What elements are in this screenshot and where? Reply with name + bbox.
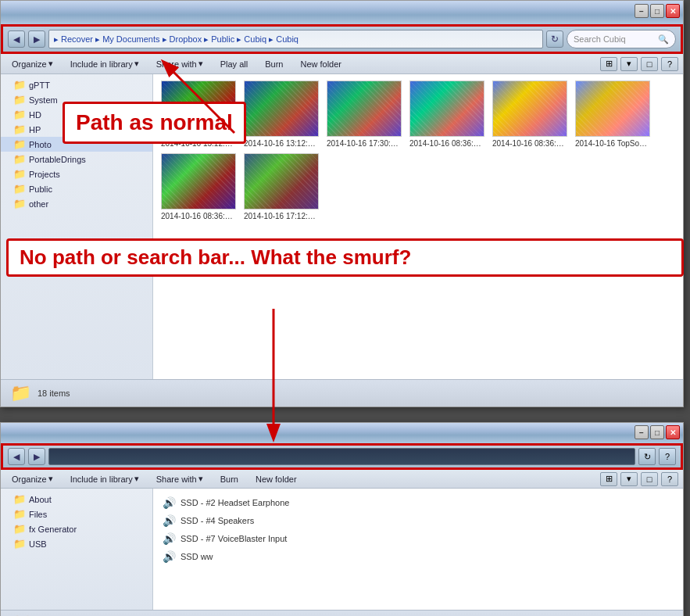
minimize-button[interactable]: − xyxy=(635,4,649,18)
top-window: − □ ✕ ◀ ▶ ▸ Recover ▸ My Documents ▸ Dro… xyxy=(0,0,684,407)
nav-item-public[interactable]: 📁Public xyxy=(1,181,152,196)
device-item[interactable]: 🔊 SSD - #7 VoiceBlaster Input xyxy=(159,531,677,546)
help-button[interactable]: ? xyxy=(661,57,678,71)
file-thumbnail xyxy=(161,153,236,210)
device-item[interactable]: 🔊 SSD - #2 Headset Earphone xyxy=(159,495,677,510)
preview-pane-button[interactable]: □ xyxy=(641,57,658,71)
address-bar[interactable]: ▸ Recover ▸ My Documents ▸ Dropbox ▸ Pub… xyxy=(48,30,543,48)
bottom-refresh-button[interactable]: ↻ xyxy=(638,448,656,465)
folder-icon: 📁 xyxy=(13,124,26,135)
top-status-bar: 📁 18 items xyxy=(1,379,683,406)
nav-item-other[interactable]: 📁other xyxy=(1,196,152,211)
bottom-help-icon-button[interactable]: ? xyxy=(661,472,678,486)
include-library-button[interactable]: Include in library ▾ xyxy=(64,56,145,71)
folder-icon: 📁 xyxy=(13,94,26,106)
chevron-down-icon: ▾ xyxy=(134,474,139,484)
file-label: 2014-10-16 17:30:35 Cubiq HP Tran Combin… xyxy=(327,138,402,149)
device-label: SSD ww xyxy=(181,552,213,561)
svg-line-0 xyxy=(164,63,234,133)
back-button[interactable]: ◀ xyxy=(8,30,25,48)
bottom-status-bar: 📁 4 items xyxy=(1,610,683,616)
folder-icon: 📁 xyxy=(13,153,26,165)
bottom-forward-button[interactable]: ▶ xyxy=(28,448,45,465)
speaker-icon: 🔊 xyxy=(163,514,176,527)
new-folder-button[interactable]: New folder xyxy=(294,57,348,71)
bottom-toolbar-right: ⊞ ▾ □ ? xyxy=(600,472,678,486)
folder-icon: 📁 xyxy=(13,493,26,505)
file-label: 2014-10-16 08:36:33 Cubiq HP TipSoundBut… xyxy=(492,138,567,149)
bottom-organize-button[interactable]: Organize ▾ xyxy=(5,471,59,486)
file-item[interactable]: 2014-10-16 17:12:08 Cubiq CubedBonusPr..… xyxy=(242,153,320,221)
file-label: 2014-10-16 TopSoundButton Folder say xyxy=(575,138,650,149)
nav-item-gptt[interactable]: 📁gPTT xyxy=(1,77,152,92)
bottom-minimize-button[interactable]: − xyxy=(635,425,649,439)
top-toolbar: Organize ▾ Include in library ▾ Share wi… xyxy=(1,54,683,74)
view-list-button[interactable]: ▾ xyxy=(620,57,638,71)
close-button[interactable]: ✕ xyxy=(666,4,680,18)
search-placeholder: Search Cubiq xyxy=(574,34,626,44)
folder-icon: 📁 xyxy=(13,168,26,180)
bottom-title-buttons: − □ ✕ xyxy=(635,425,680,439)
folder-icon: 📁 xyxy=(13,183,26,195)
speaker-icon: 🔊 xyxy=(163,550,176,563)
file-thumbnail xyxy=(327,81,402,137)
bottom-nav-fxgenerator[interactable]: 📁fx Generator xyxy=(1,521,152,536)
forward-button[interactable]: ▶ xyxy=(28,30,45,48)
device-item[interactable]: 🔊 SSD - #4 Speakers xyxy=(159,513,677,528)
folder-icon: 📁 xyxy=(13,79,26,91)
bottom-nav-usb[interactable]: 📁USB xyxy=(1,536,152,551)
bottom-close-button[interactable]: ✕ xyxy=(666,425,680,439)
folder-icon: 📁 xyxy=(13,109,26,120)
bottom-maximize-button[interactable]: □ xyxy=(650,425,664,439)
chevron-down-icon: ▾ xyxy=(48,474,53,484)
device-label: SSD - #7 VoiceBlaster Input xyxy=(181,534,287,543)
search-box[interactable]: Search Cubiq 🔍 xyxy=(567,30,676,48)
file-item[interactable]: 2014-10-16 08:36:33 Cubiq HP Total xyxy=(408,81,486,149)
file-label: 2014-10-16 08:36:33 Cubiq HP Total xyxy=(409,138,484,149)
chevron-down-icon: ▾ xyxy=(198,474,203,484)
bottom-preview-pane-button[interactable]: □ xyxy=(641,472,658,486)
file-label: 2014-10-16 17:12:08 Cubiq CubedBonusPr..… xyxy=(244,211,319,221)
bottom-include-library-button[interactable]: Include in library ▾ xyxy=(64,471,145,486)
file-thumbnail xyxy=(492,81,567,137)
arrow-no-path xyxy=(234,309,313,449)
bottom-help-button[interactable]: ? xyxy=(659,448,676,465)
bottom-nav-files[interactable]: 📁Files xyxy=(1,507,152,521)
view-mode-button[interactable]: ⊞ xyxy=(600,57,617,71)
file-item[interactable]: 2014-10-16 08:36:33 Cubiq HP Gameplay xyxy=(159,153,238,221)
file-label: 2014-10-16 08:36:33 Cubiq HP Gameplay xyxy=(161,211,236,221)
refresh-button[interactable]: ↻ xyxy=(546,30,563,48)
file-item[interactable]: 2014-10-16 17:30:35 Cubiq HP Tran Combin… xyxy=(325,81,403,149)
organize-button[interactable]: Organize ▾ xyxy=(5,56,59,71)
file-item[interactable]: 2014-10-16 08:36:33 Cubiq HP TipSoundBut… xyxy=(491,81,569,149)
device-label: SSD - #2 Headset Earphone xyxy=(181,498,289,507)
bottom-view-chevron[interactable]: ▾ xyxy=(620,472,638,486)
nav-item-projects[interactable]: 📁Projects xyxy=(1,167,152,181)
annotation-no-path: No path or search bar... What the smurf? xyxy=(6,238,684,277)
bottom-window: − □ ✕ ◀ ▶ ↻ ? Organize ▾ Include in libr… xyxy=(0,422,684,616)
bottom-nav-panel: 📁About 📁Files 📁fx Generator 📁USB xyxy=(1,489,153,610)
file-item[interactable]: 2014-10-16 TopSoundButton Folder say xyxy=(574,81,652,149)
bottom-main-content: 📁About 📁Files 📁fx Generator 📁USB 🔊 SSD -… xyxy=(1,489,683,610)
device-item[interactable]: 🔊 SSD ww xyxy=(159,549,677,564)
bottom-back-button[interactable]: ◀ xyxy=(8,448,25,465)
address-bar-area: ◀ ▶ ▸ Recover ▸ My Documents ▸ Dropbox ▸… xyxy=(1,24,683,54)
bottom-burn-button[interactable]: Burn xyxy=(214,472,245,486)
bottom-address-bar[interactable] xyxy=(48,448,635,465)
title-buttons: − □ ✕ xyxy=(635,4,680,18)
status-folder-icon: 📁 xyxy=(10,383,31,403)
status-count: 18 items xyxy=(38,389,70,398)
bottom-share-button[interactable]: Share with ▾ xyxy=(150,471,209,486)
bottom-toolbar: Organize ▾ Include in library ▾ Share wi… xyxy=(1,470,683,489)
bottom-address-bar-area: ◀ ▶ ↻ ? xyxy=(1,443,683,470)
top-titlebar: − □ ✕ xyxy=(1,1,683,24)
bottom-titlebar: − □ ✕ xyxy=(1,423,683,443)
bottom-new-folder-button[interactable]: New folder xyxy=(249,472,303,486)
bottom-view-button[interactable]: ⊞ xyxy=(600,472,617,486)
search-icon: 🔍 xyxy=(658,34,669,45)
maximize-button[interactable]: □ xyxy=(650,4,664,18)
breadcrumb-path: ▸ Recover ▸ My Documents ▸ Dropbox ▸ Pub… xyxy=(54,34,299,45)
bottom-nav-about[interactable]: 📁About xyxy=(1,492,152,507)
nav-item-portabledrings[interactable]: 📁PortableDrings xyxy=(1,152,152,167)
speaker-icon: 🔊 xyxy=(163,532,176,545)
